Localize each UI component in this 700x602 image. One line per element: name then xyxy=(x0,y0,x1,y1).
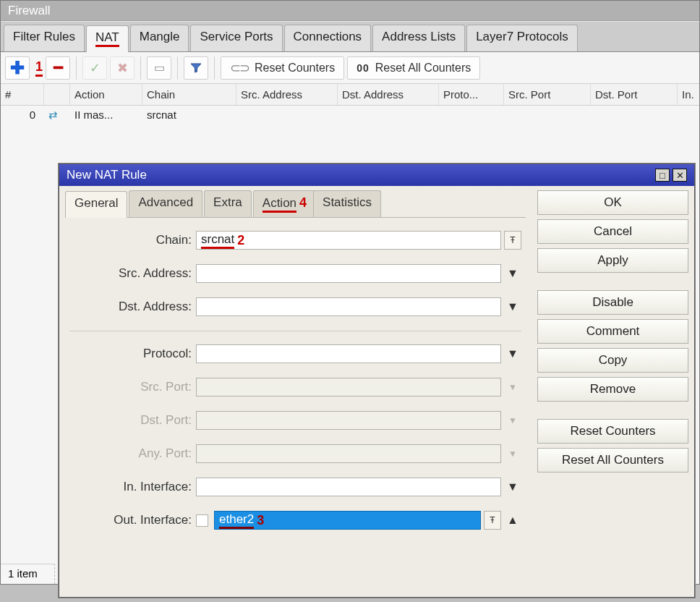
dialog-window-buttons: □ ✕ xyxy=(655,169,687,182)
tab-mangle[interactable]: Mangle xyxy=(130,25,189,51)
zero-icon: 00 xyxy=(357,62,370,74)
dst-port-wrap: ▼ xyxy=(196,411,521,430)
cell-src-addr xyxy=(236,106,338,124)
firewall-tabs: Filter Rules NAT Mangle Service Ports Co… xyxy=(1,21,699,52)
firewall-toolbar: ✚ 1 ━ ✓ ✖ ▭ ⊂⊃ Reset Counters 00 Reset A… xyxy=(1,52,699,84)
out-interface-label: Out. Interface: xyxy=(69,513,196,527)
reset-all-counters-button[interactable]: Reset All Counters xyxy=(537,448,688,472)
tab-nat[interactable]: NAT xyxy=(86,25,129,52)
row-dst-port: Dst. Port: ▼ xyxy=(69,411,521,430)
close-button[interactable]: ✕ xyxy=(673,169,687,182)
table-row[interactable]: 0 ⇄ II mas... srcnat xyxy=(1,106,699,124)
dialog-form-pane: General Advanced Extra Action4 Statistic… xyxy=(59,186,532,597)
maximize-icon: □ xyxy=(660,170,665,181)
dtab-action-label: Action xyxy=(262,196,296,213)
tab-filter-rules[interactable]: Filter Rules xyxy=(4,25,85,51)
copy-button[interactable]: Copy xyxy=(537,348,688,373)
reset-all-counters-button[interactable]: 00 Reset All Counters xyxy=(347,56,480,80)
tab-address-lists[interactable]: Address Lists xyxy=(372,25,465,51)
col-src-address[interactable]: Src. Address xyxy=(236,84,338,105)
filter-button[interactable] xyxy=(184,56,208,80)
out-interface-dropdown-button[interactable]: Ŧ xyxy=(484,511,501,530)
enable-button: ✓ xyxy=(82,56,107,80)
tab-service-ports[interactable]: Service Ports xyxy=(190,25,282,51)
dst-port-input xyxy=(196,411,501,430)
dst-port-expand: ▼ xyxy=(504,411,521,430)
col-src-port[interactable]: Src. Port xyxy=(504,84,591,105)
tab-connections[interactable]: Connections xyxy=(284,25,372,51)
dst-address-label: Dst. Address: xyxy=(69,300,196,314)
protocol-input[interactable] xyxy=(196,344,501,363)
dtab-extra[interactable]: Extra xyxy=(204,190,252,217)
dropdown-icon: Ŧ xyxy=(510,235,515,245)
tab-nat-label: NAT xyxy=(95,30,119,47)
col-chain[interactable]: Chain xyxy=(142,84,236,105)
tab-layer7-protocols[interactable]: Layer7 Protocols xyxy=(466,25,578,51)
cell-action: II mas... xyxy=(70,106,142,124)
add-button[interactable]: ✚ xyxy=(5,56,30,80)
dtab-action[interactable]: Action4 xyxy=(253,190,316,217)
close-icon: ✕ xyxy=(676,170,684,181)
dst-address-expand[interactable]: ▼ xyxy=(504,297,521,316)
src-address-input[interactable] xyxy=(196,264,501,283)
col-protocol[interactable]: Proto... xyxy=(439,84,504,105)
reset-counters-button[interactable]: ⊂⊃ Reset Counters xyxy=(221,56,344,80)
comment-button[interactable]: Comment xyxy=(537,319,688,344)
row-out-interface: Out. Interface: ether2 3 Ŧ ▲ xyxy=(69,511,521,530)
dropdown-icon: Ŧ xyxy=(490,515,495,525)
chain-input[interactable]: srcnat 2 xyxy=(196,231,501,250)
annot-3: 3 xyxy=(257,513,264,528)
firewall-titlebar: Firewall xyxy=(1,1,699,21)
maximize-button[interactable]: □ xyxy=(655,169,670,182)
protocol-label: Protocol: xyxy=(69,347,196,361)
out-interface-input[interactable]: ether2 3 xyxy=(214,511,481,530)
any-port-wrap: ▼ xyxy=(196,444,521,463)
col-dst-port[interactable]: Dst. Port xyxy=(591,84,678,105)
any-port-label: Any. Port: xyxy=(69,446,196,461)
x-icon: ✖ xyxy=(117,62,128,75)
in-interface-input[interactable] xyxy=(196,478,501,496)
col-in-iface[interactable]: In. xyxy=(678,84,700,105)
col-dst-address[interactable]: Dst. Address xyxy=(338,84,439,105)
dtab-general[interactable]: General xyxy=(65,191,127,218)
cell-dst-port xyxy=(591,106,678,124)
cell-in xyxy=(678,106,700,124)
src-port-label: Src. Port: xyxy=(69,380,196,394)
check-icon: ✓ xyxy=(90,62,101,75)
dialog-titlebar[interactable]: New NAT Rule □ ✕ xyxy=(59,164,694,186)
col-icon[interactable] xyxy=(44,84,70,105)
protocol-expand[interactable]: ▼ xyxy=(504,344,521,363)
src-address-label: Src. Address: xyxy=(69,266,196,281)
disable-button[interactable]: Disable xyxy=(537,290,688,315)
col-action[interactable]: Action xyxy=(70,84,142,105)
dtab-statistics[interactable]: Statistics xyxy=(313,190,381,217)
remove-button[interactable]: ━ xyxy=(46,56,70,80)
reset-counters-button[interactable]: Reset Counters xyxy=(537,419,688,444)
new-nat-rule-dialog: New NAT Rule □ ✕ General Advanced Extra … xyxy=(59,164,695,598)
row-dst-address: Dst. Address: ▼ xyxy=(69,297,521,316)
dialog-body: General Advanced Extra Action4 Statistic… xyxy=(59,186,694,597)
src-port-expand: ▼ xyxy=(504,378,521,397)
apply-button[interactable]: Apply xyxy=(537,248,688,273)
ok-button[interactable]: OK xyxy=(537,190,688,215)
dst-address-input[interactable] xyxy=(196,297,501,316)
chain-dropdown-button[interactable]: Ŧ xyxy=(504,231,521,250)
dst-address-wrap: ▼ xyxy=(196,297,521,316)
dialog-title: New NAT Rule xyxy=(67,168,147,182)
row-src-port: Src. Port: ▼ xyxy=(69,378,521,397)
dtab-advanced[interactable]: Advanced xyxy=(129,190,202,217)
src-address-expand[interactable]: ▼ xyxy=(504,264,521,283)
in-interface-expand[interactable]: ▼ xyxy=(504,478,521,496)
chevron-down-icon: ▼ xyxy=(507,480,518,493)
window-title: Firewall xyxy=(8,4,51,17)
cancel-button[interactable]: Cancel xyxy=(537,219,688,244)
dst-port-label: Dst. Port: xyxy=(69,413,196,428)
plus-icon: ✚ xyxy=(10,59,25,77)
remove-button[interactable]: Remove xyxy=(537,377,688,402)
chain-value: srcnat xyxy=(201,232,234,249)
comment-button[interactable]: ▭ xyxy=(147,56,171,80)
col-num[interactable]: # xyxy=(1,84,44,105)
out-interface-collapse[interactable]: ▲ xyxy=(504,511,521,530)
counter-icon: ⊂⊃ xyxy=(230,62,249,75)
out-interface-invert-checkbox[interactable] xyxy=(196,514,208,527)
